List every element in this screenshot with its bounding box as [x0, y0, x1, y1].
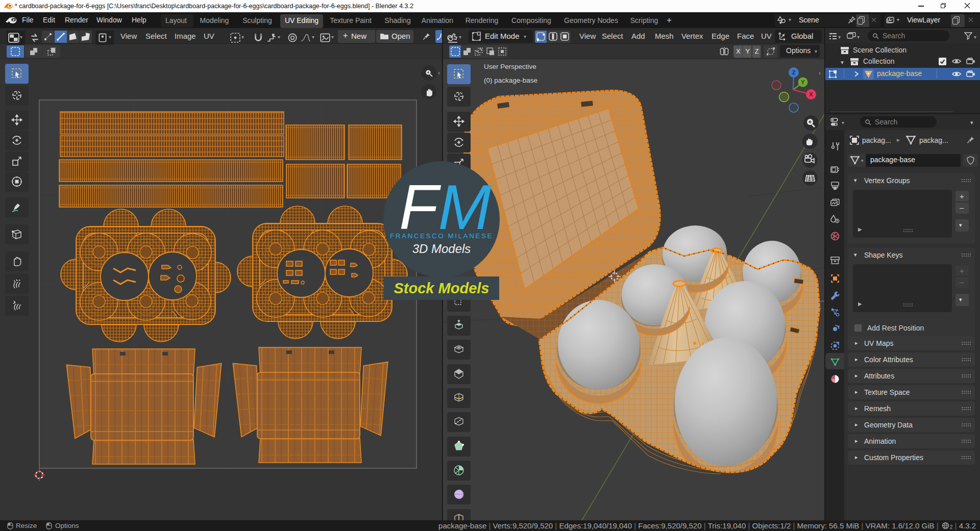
svg-text:(0) package-base: (0) package-base: [484, 77, 537, 84]
svg-text:X: X: [809, 91, 813, 97]
svg-text:Z: Z: [792, 69, 796, 75]
svg-text:Y: Y: [801, 79, 805, 85]
svg-text:User Perspective: User Perspective: [484, 63, 536, 70]
